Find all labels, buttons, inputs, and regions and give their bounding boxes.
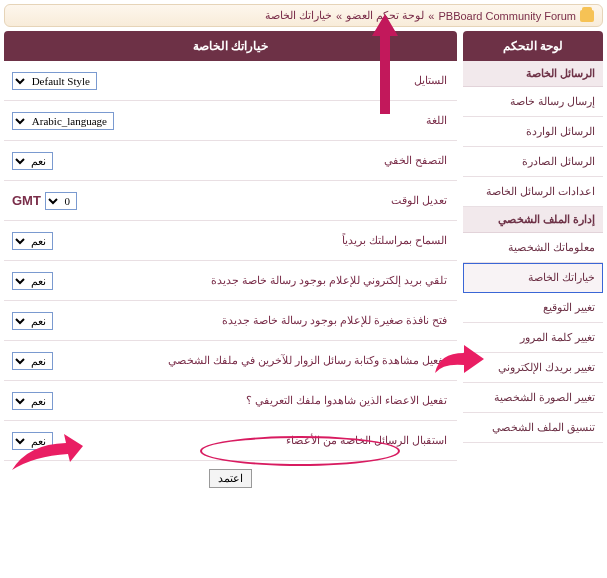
settings-row: تفعيل الاعضاء الذين شاهدوا ملفك التعريفي… — [4, 381, 457, 421]
row-control: نعملا — [4, 386, 144, 416]
sidebar-subheader: إدارة الملف الشخصي — [463, 207, 603, 233]
settings-row: استقبال الرسائل الخاصة من الأعضاءنعملا — [4, 421, 457, 461]
option-select[interactable]: 0 — [45, 192, 77, 210]
settings-row: الستايلDefault Style — [4, 61, 457, 101]
option-select[interactable]: نعملا — [12, 432, 53, 450]
option-select[interactable]: نعملا — [12, 312, 53, 330]
sidebar-item[interactable]: معلوماتك الشخصية — [463, 233, 603, 263]
sidebar-title: لوحة التحكم — [463, 31, 603, 61]
row-control: نعملا — [4, 146, 144, 176]
option-select[interactable]: Default Style — [12, 72, 97, 90]
row-control: نعملا — [4, 266, 144, 296]
option-select[interactable]: نعملا — [12, 272, 53, 290]
breadcrumb: PBBoard Community Forum » لوحة تحكم العض… — [4, 4, 603, 27]
breadcrumb-sep: » — [336, 10, 342, 22]
sidebar-item[interactable]: تنسيق الملف الشخصي — [463, 413, 603, 443]
settings-row: التصفح الخفينعملا — [4, 141, 457, 181]
row-control: نعملا — [4, 306, 144, 336]
sidebar: لوحة التحكم الرسائل الخاصةإرسال رسالة خا… — [463, 31, 603, 443]
row-control: نعملا — [4, 426, 144, 456]
sidebar-item[interactable]: الرسائل الصادرة — [463, 147, 603, 177]
row-label: فتح نافذة صغيرة للإعلام بوجود رسالة خاصة… — [144, 306, 457, 335]
sidebar-item[interactable]: تغيير التوقيع — [463, 293, 603, 323]
row-label: تفعيل مشاهدة وكتابة رسائل الزوار للآخرين… — [144, 346, 457, 375]
row-label: تعديل الوقت — [144, 186, 457, 215]
settings-row: تعديل الوقت0GMT — [4, 181, 457, 221]
row-label: تفعيل الاعضاء الذين شاهدوا ملفك التعريفي… — [144, 386, 457, 415]
sidebar-item[interactable]: خياراتك الخاصة — [463, 263, 603, 293]
row-control: نعملا — [4, 226, 144, 256]
submit-button[interactable] — [209, 469, 252, 488]
breadcrumb-current: خياراتك الخاصة — [265, 9, 332, 22]
settings-row: تفعيل مشاهدة وكتابة رسائل الزوار للآخرين… — [4, 341, 457, 381]
row-label: السماح بمراسلتك بريدياً — [144, 226, 457, 255]
row-label: استقبال الرسائل الخاصة من الأعضاء — [144, 426, 457, 455]
row-label: تلقي بريد إلكتروني للإعلام بوجود رسالة خ… — [144, 266, 457, 295]
row-control: نعملا — [4, 346, 144, 376]
main-title: خياراتك الخاصة — [4, 31, 457, 61]
breadcrumb-forum[interactable]: PBBoard Community Forum — [438, 10, 576, 22]
main-panel: خياراتك الخاصة الستايلDefault Styleاللغة… — [4, 31, 457, 496]
sidebar-item[interactable]: تغيير الصورة الشخصية — [463, 383, 603, 413]
row-label: اللغة — [144, 106, 457, 135]
row-control: Arabic_language — [4, 106, 144, 136]
option-select[interactable]: Arabic_language — [12, 112, 114, 130]
row-control: 0GMT — [4, 186, 144, 216]
option-select[interactable]: نعملا — [12, 392, 53, 410]
settings-row: تلقي بريد إلكتروني للإعلام بوجود رسالة خ… — [4, 261, 457, 301]
gmt-label: GMT — [12, 193, 41, 208]
breadcrumb-cp[interactable]: لوحة تحكم العضو — [346, 9, 424, 22]
sidebar-item[interactable]: الرسائل الواردة — [463, 117, 603, 147]
sidebar-item[interactable]: اعدادات الرسائل الخاصة — [463, 177, 603, 207]
option-select[interactable]: نعملا — [12, 232, 53, 250]
option-select[interactable]: نعملا — [12, 352, 53, 370]
settings-row: اللغةArabic_language — [4, 101, 457, 141]
sidebar-item[interactable]: تغيير بريدك الإلكتروني — [463, 353, 603, 383]
settings-row: السماح بمراسلتك بريدياًنعملا — [4, 221, 457, 261]
forum-icon — [580, 10, 594, 22]
sidebar-subheader: الرسائل الخاصة — [463, 61, 603, 87]
row-label: الستايل — [144, 66, 457, 95]
row-label: التصفح الخفي — [144, 146, 457, 175]
row-control: Default Style — [4, 66, 144, 96]
option-select[interactable]: نعملا — [12, 152, 53, 170]
sidebar-item[interactable]: تغيير كلمة المرور — [463, 323, 603, 353]
breadcrumb-sep: » — [428, 10, 434, 22]
sidebar-item[interactable]: إرسال رسالة خاصة — [463, 87, 603, 117]
settings-row: فتح نافذة صغيرة للإعلام بوجود رسالة خاصة… — [4, 301, 457, 341]
